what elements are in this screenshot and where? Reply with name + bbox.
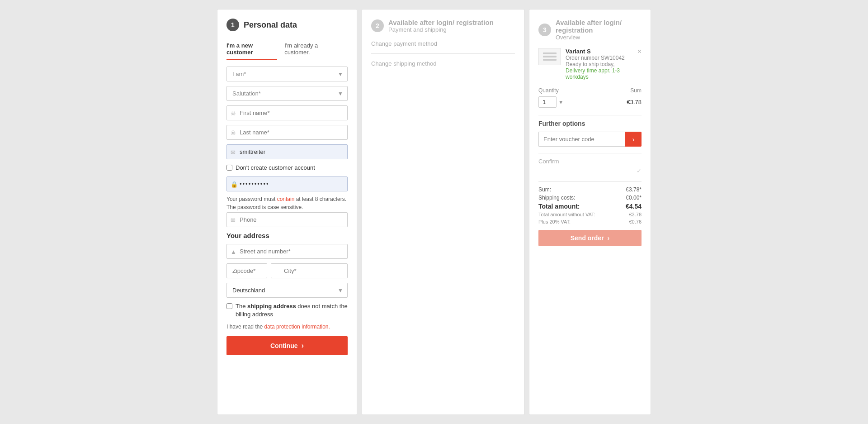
voucher-row: › [538,132,642,147]
hint-text-after: at least 8 characters. [296,196,346,202]
phone-input[interactable] [226,212,348,227]
panel-subtitle-step2: Payment and shipping [388,26,494,33]
total-without-vat-label: Total amount without VAT: [538,212,595,217]
salutation-select-wrapper: Salutation* ▼ [226,86,348,101]
user-icon-last: ☠ [231,129,236,136]
panel-personal-data: 1 Personal data I'm a new customer I'm a… [217,9,357,415]
shipping-row-value: €0.00* [626,195,642,201]
sum-label: Sum [630,87,642,94]
product-info: Variant S Order number SW10042 Ready to … [566,48,633,80]
vat-row: Plus 20% VAT: €0.76 [538,219,642,224]
continue-button[interactable]: Continue › [226,336,348,355]
last-name-wrapper: ☠ [226,125,348,140]
country-select[interactable]: Deutschland [226,283,348,298]
dont-create-account-checkbox[interactable] [226,165,232,171]
shipping-address-label: The shipping address does not match the … [236,302,348,319]
product-name: Variant S [566,48,633,55]
send-order-button[interactable]: Send order › [538,230,642,246]
panel-header-step1: 1 Personal data [226,19,348,31]
overview-divider-2 [538,153,642,153]
total-without-vat-row: Total amount without VAT: €3.78 [538,212,642,217]
dont-create-account-label: Don't create customer account [236,164,315,172]
dont-create-account-row: Don't create customer account [226,164,348,172]
product-image [538,48,561,65]
qty-sum-header: Quantity Sum [538,87,642,94]
item-price: €3.78 [627,99,642,105]
tabs-customer-type: I'm a new customer I'm already a custome… [226,38,348,60]
last-name-input[interactable] [226,125,348,140]
i-am-select-wrapper: I am* ▼ [226,67,348,81]
first-name-wrapper: ☠ [226,105,348,120]
i-am-select[interactable]: I am* [226,67,348,81]
product-close-icon[interactable]: × [637,48,642,55]
product-row: Variant S Order number SW10042 Ready to … [538,48,642,80]
change-shipping-link[interactable]: Change shipping method [371,60,515,67]
product-image-line [543,56,557,57]
location-icon: ▲ [231,248,236,255]
password-input[interactable] [226,176,348,191]
zipcode-input[interactable] [226,263,267,278]
quantity-label: Quantity [538,87,559,94]
confirm-label: Confirm [538,158,642,165]
qty-chevron-icon: ▼ [558,99,564,105]
panel-payment-shipping: 2 Available after login/ registration Pa… [362,9,524,415]
voucher-input[interactable] [538,132,625,147]
checkout-container: 1 Personal data I'm a new customer I'm a… [217,9,651,415]
product-image-line [543,59,557,61]
password-hint-1: Your password must contain at least 8 ch… [226,196,348,202]
voucher-submit-button[interactable]: › [625,132,642,147]
product-image-line [543,52,557,54]
address-section-title: Your address [226,232,348,239]
city-input[interactable] [271,263,348,278]
delivery-info: Ready to ship today, Delivery time appr.… [566,61,633,80]
sum-row-label: Sum: [538,186,551,193]
email-input[interactable] [226,144,348,159]
step-circle-3: 3 [538,24,551,36]
total-row-label: Total amount: [538,203,580,210]
step-circle-1: 1 [226,19,239,31]
order-number: Order number SW10042 [566,55,633,61]
phone-wrapper: ✉ [226,212,348,227]
tab-new-customer[interactable]: I'm a new customer [226,38,277,60]
first-name-group: ☠ [226,105,348,120]
delivery-text: Delivery time appr. 1-3 workdays [566,67,620,80]
password-group: 🔒 [226,176,348,191]
shipping-address-checkbox[interactable] [226,303,232,309]
vat-label: Plus 20% VAT: [538,219,571,224]
continue-arrow-icon: › [302,342,304,350]
street-input[interactable] [226,244,348,259]
panel-available-step3: Available after login/ registration [556,19,642,34]
salutation-select[interactable]: Salutation* [226,86,348,101]
phone-icon: ✉ [231,216,236,223]
confirm-check-icon: ✓ [637,167,642,174]
step-circle-2: 2 [371,19,384,32]
email-group: ✉ [226,144,348,159]
send-order-label: Send order [571,234,604,242]
ready-text: Ready to ship today, [566,61,615,67]
confirm-section: Confirm ✓ [538,158,642,174]
panel-title-step2-wrapper: Available after login/ registration Paym… [388,19,494,33]
first-name-input[interactable] [226,105,348,120]
further-options-title: Further options [538,120,642,127]
user-icon: ☠ [231,110,236,116]
sum-row: Sum: €3.78* [538,186,642,193]
street-group: ▲ [226,244,348,259]
overview-divider-3 [538,181,642,182]
total-row-value: €4.54 [626,203,642,210]
street-wrapper: ▲ [226,244,348,259]
email-icon: ✉ [231,148,236,155]
country-group: Deutschland ▼ [226,283,348,298]
data-protection-link[interactable]: data protection information. [264,324,330,330]
country-select-wrapper: Deutschland ▼ [226,283,348,298]
hint-text-before: Your password must [226,196,275,202]
qty-select[interactable]: 1 [538,96,557,108]
change-payment-link[interactable]: Change payment method [371,40,515,47]
continue-label: Continue [270,342,298,349]
vat-value: €0.76 [629,219,642,224]
tab-existing-customer[interactable]: I'm already a customer. [284,38,340,60]
qty-row: 1 ▼ €3.78 [538,96,642,108]
hint-text-highlight: contain [277,196,295,202]
shipping-row-label: Shipping costs: [538,195,575,201]
lock-icon: 🔒 [231,181,238,187]
zip-city-row [226,263,348,278]
